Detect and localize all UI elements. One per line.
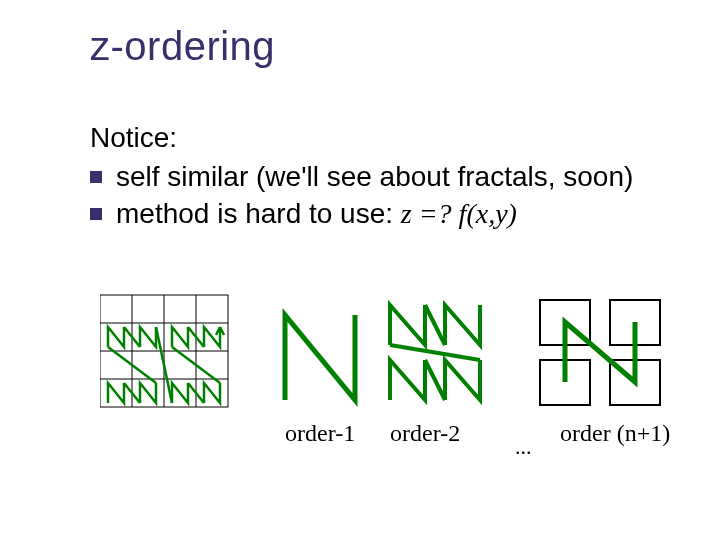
z-order1-icon (285, 315, 355, 400)
bullet-text: method is hard to use: z =? f(x,y) (116, 196, 660, 231)
bullet-text: self similar (we'll see about fractals, … (116, 159, 660, 194)
body-text: Notice: self similar (we'll see about fr… (90, 120, 660, 231)
figure-row: order-1 order-2 ... order (n+1) (100, 290, 700, 510)
caption-order2: order-2 (390, 420, 460, 447)
caption-order1: order-1 (285, 420, 355, 447)
z-order2-icon (390, 305, 480, 400)
bullet-item: method is hard to use: z =? f(x,y) (90, 196, 660, 231)
bullet-text-part: method is hard to use: (116, 198, 401, 229)
notice-label: Notice: (90, 120, 660, 155)
z-ordern-icon (540, 300, 660, 405)
z-arrows-4x4 (108, 327, 224, 403)
caption-dots: ... (515, 434, 532, 460)
square-bullet-icon (90, 208, 102, 220)
slide-title: z-ordering (90, 24, 275, 69)
square-bullet-icon (90, 171, 102, 183)
bullet-item: self similar (we'll see about fractals, … (90, 159, 660, 194)
figures-svg (100, 290, 700, 420)
caption-ordern: order (n+1) (560, 420, 670, 447)
formula: z =? f(x,y) (401, 198, 517, 229)
slide: z-ordering Notice: self similar (we'll s… (0, 0, 720, 540)
